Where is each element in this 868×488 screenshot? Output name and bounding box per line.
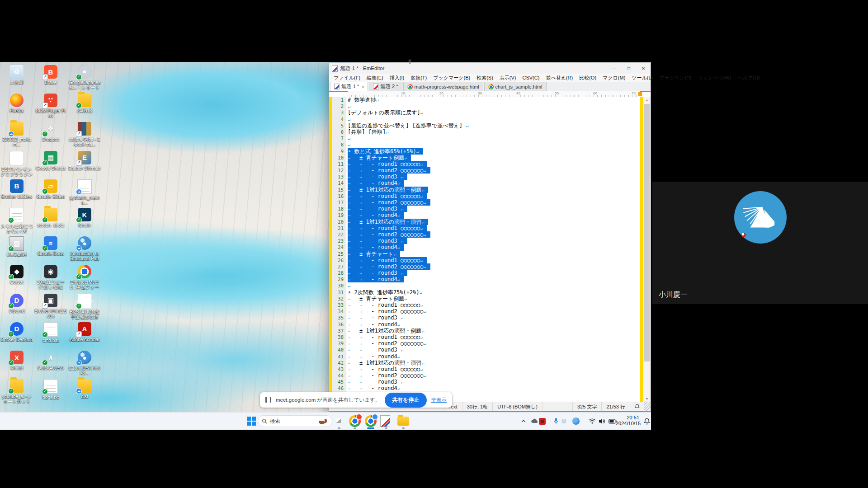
editor-line[interactable]: 31± 2次関数 進捗率75%(+2%)↵	[329, 289, 640, 296]
editor-line[interactable]: 16→→- round1 ○○○○○○↵	[329, 193, 640, 199]
desktop-icon[interactable]: eESETバンキング＆ブラウジング保護	[0, 151, 33, 177]
taskbar-app-chrome-2[interactable]	[364, 413, 377, 430]
desktop-icon[interactable]: ☁230613_mokum...	[0, 122, 33, 147]
start-button[interactable]	[245, 413, 257, 430]
close-button[interactable]: ✕	[636, 63, 651, 74]
desktop-icon[interactable]: ✓youtube_ai -ショートカット	[0, 379, 33, 404]
editor-line[interactable]: 40→→- round3 ↵	[329, 347, 640, 353]
desktop-icon[interactable]: ✓hoge.txt	[34, 379, 67, 400]
editor-line[interactable]: 1# 数学進捗↵	[329, 97, 640, 103]
editor-line[interactable]: 41→→- round4↵	[329, 353, 640, 360]
editor-line[interactable]: 23→→- round3 ↵	[329, 238, 640, 244]
editor-line[interactable]: 32→± 青チャート例題↵	[329, 296, 640, 302]
editor-line[interactable]: 17→→- round2 ○○○○○○○↵	[329, 199, 640, 206]
menu-item[interactable]: プラグイン(P)	[656, 75, 694, 81]
menu-item[interactable]: 変換(T)	[407, 75, 430, 81]
menu-item[interactable]: 並べ替え(R)	[542, 75, 576, 81]
desktop-icon[interactable]: ✓EngineerMeetu...申込フォーム-4XX...	[68, 265, 101, 290]
editor-line[interactable]: 9± 数と式 進捗率65%(+5%)↵	[329, 148, 640, 155]
stop-sharing-button[interactable]: 共有を停止	[385, 393, 426, 408]
status-bell-icon[interactable]	[630, 402, 644, 411]
tray-blue-app[interactable]	[572, 413, 580, 430]
desktop-icon[interactable]: ▱✓Google Slides	[34, 179, 67, 199]
taskbar-app-dark[interactable]	[333, 413, 345, 430]
menu-item[interactable]: 検索(S)	[473, 75, 496, 81]
editor-body[interactable]: 1# 数学進捗↵2↵3[デフォルトの表示順に戻す]↵4↵5[最近の進捗で並べ替え…	[329, 97, 651, 402]
menu-item[interactable]: 比較(O)	[576, 75, 599, 81]
desktop-icon[interactable]: ♻ごみ箱	[0, 65, 33, 85]
editor-line[interactable]: 8↵	[329, 141, 640, 148]
menu-item[interactable]: ウィンドウ(W)	[694, 75, 734, 81]
editor-line[interactable]: 10→± 青チャート例題↵	[329, 155, 640, 161]
menu-item[interactable]: ブックマーク(B)	[430, 75, 473, 81]
desktop-icon[interactable]: ▣↗Brother iPrint&Scan	[34, 294, 67, 319]
editor-line[interactable]: 33→→- round1 ○○○○○○↵	[329, 302, 640, 308]
tray-chevron[interactable]	[518, 413, 529, 430]
tray-security-app[interactable]	[539, 413, 546, 430]
search-box[interactable]: 検索	[258, 415, 332, 427]
menu-item[interactable]: 挿入(I)	[387, 75, 407, 81]
desktop-icon[interactable]: ✓240913	[68, 94, 101, 113]
desktop-icon[interactable]: ≡✓Google Docs	[34, 236, 67, 256]
scrollbar-thumb[interactable]	[644, 104, 650, 361]
desktop-icon[interactable]: D✓Discord	[0, 294, 33, 314]
editor-line[interactable]: 42→± 1対1対応の演習・演習↵	[329, 360, 640, 366]
desktop-icon[interactable]: ∧✓QuickAccess	[34, 351, 67, 371]
tray-microphone[interactable]	[551, 413, 561, 430]
document-tab[interactable]: math-progress-webpage.html	[403, 82, 483, 91]
taskbar-app-chrome-1[interactable]	[349, 413, 361, 430]
editor-line[interactable]: 18→→- round3 ↵	[329, 206, 640, 212]
desktop-icon[interactable]: ❖✓Dropbox	[34, 122, 67, 142]
scroll-up-arrow[interactable]: ▲	[643, 97, 651, 103]
editor-line[interactable]: 39→→- round2 ○○○○○○○↵	[329, 340, 640, 347]
editor-line[interactable]: 20→± 1対1対応の演習・演習↵	[329, 219, 640, 225]
editor-line[interactable]: 44→→- round2 ○○○○○○○↵	[329, 372, 640, 379]
hide-share-bar-link[interactable]: 非表示	[431, 397, 447, 404]
editor-line[interactable]: 19→→- round4↵	[329, 212, 640, 218]
meet-participant-tile[interactable]: 小川慶一	[652, 182, 868, 304]
menu-item[interactable]: CSV(C)	[519, 75, 542, 80]
desktop-icon[interactable]: ●☁Introduction to Structural Patte...	[68, 236, 101, 262]
desktop-icon[interactable]: Firefox	[0, 94, 33, 113]
taskbar-app-emeditor[interactable]	[380, 413, 392, 430]
editor-line[interactable]: 13→→- round3 ↵	[329, 174, 640, 180]
menu-item[interactable]: 表示(V)	[496, 75, 519, 81]
editor-line[interactable]: 28→→- round3 ↵	[329, 270, 640, 276]
desktop-icon[interactable]: ▤✓MeCab64	[0, 236, 33, 257]
desktop-icon[interactable]: ◉20写真コピー(7)占い情報	[34, 265, 67, 290]
menu-item[interactable]: ファイル(F)	[330, 75, 363, 81]
taskbar-app-explorer[interactable]	[397, 413, 409, 430]
editor-line[interactable]: 30↵	[329, 282, 640, 289]
editor-line[interactable]: 27→→- round2 ○○○○○○○↵	[329, 263, 640, 270]
editor-line[interactable]: 3[デフォルトの表示順に戻す]↵	[329, 109, 640, 116]
editor-line[interactable]: 29→→- round4↵	[329, 276, 640, 282]
editor-line[interactable]: 37→± 1対1対応の演習・例題↵	[329, 328, 640, 334]
desktop-icon[interactable]: BBrother Utilities	[0, 179, 33, 199]
editor-line[interactable]: 46→→- round4↵	[329, 385, 640, 391]
editor-line[interactable]: 7↵	[329, 135, 640, 141]
document-tab[interactable]: 無題-2 *	[369, 82, 402, 91]
desktop-icon[interactable]: ✓スキルは身につかない.txt	[0, 208, 33, 234]
desktop-icon[interactable]: ✓cmd.bat	[34, 322, 67, 343]
editor-line[interactable]: 38→→- round1 ○○○○○○↵	[329, 334, 640, 340]
editor-line[interactable]: 15→± 1対1対応の演習・例題↵	[329, 187, 640, 193]
desktop-icon[interactable]: X✓Xmind	[0, 351, 33, 371]
desktop-icon[interactable]: ↗calibre 64bit - E-book ma...	[68, 122, 101, 147]
editor-line[interactable]: 35→→- round3 ↵	[329, 314, 640, 321]
editor-line[interactable]: 11→→- round1 ○○○○○○↵	[329, 161, 640, 167]
desktop-icon[interactable]: K✓Kindle	[68, 208, 101, 228]
desktop-icon[interactable]: ◎FG✓BizSTATION電子証明書取得用...	[68, 294, 101, 320]
desktop-icon[interactable]: ✓screen_shots	[34, 208, 67, 228]
desktop-icon[interactable]: B↗Brave	[34, 65, 67, 85]
title-bar[interactable]: 無題-1 * - EmEditor — □ ✕	[329, 63, 651, 74]
desktop-icon[interactable]: ☁pycharm_memo...	[68, 179, 101, 205]
editor-line[interactable]: 34→→- round2 ○○○○○○○↵	[329, 308, 640, 314]
desktop-icon[interactable]: D✓Docker Desktop	[0, 322, 33, 342]
desktop-icon[interactable]: ✓GoogleJapaneseI...・ショートカット	[68, 65, 101, 90]
scroll-down-arrow[interactable]: ▼	[643, 395, 651, 402]
desktop-icon[interactable]: ●☁(口)unittest.mock3...	[68, 351, 101, 375]
editor-line[interactable]: 5[最近の進捗で並べ替え] [進捗率で並べ替え] ↵	[329, 122, 640, 129]
editor-line[interactable]: 12→→- round2 ○○○○○○○↵	[329, 167, 640, 174]
editor-line[interactable]: 6[昇順] [降順]↵	[329, 129, 640, 135]
desktop-icon[interactable]: ∵↗GOM Player Plus	[34, 94, 67, 118]
